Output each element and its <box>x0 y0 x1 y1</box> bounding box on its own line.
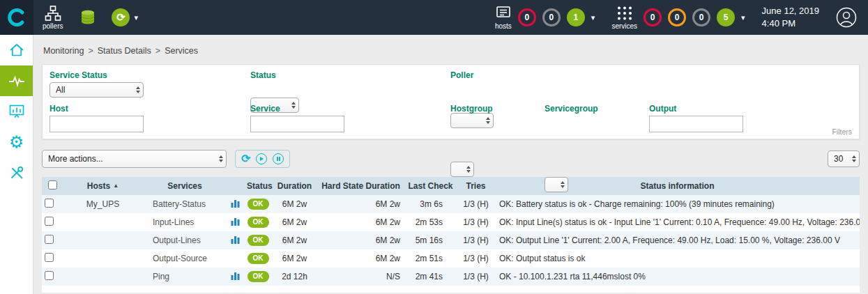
sort-asc-icon: ▲ <box>113 183 119 189</box>
sidebar-item-reports[interactable] <box>0 96 33 127</box>
last-check-cell: 2m 41s <box>404 268 457 286</box>
refresh-button[interactable]: ⟳ <box>241 154 250 164</box>
status-badge: OK <box>248 217 269 228</box>
sidebar-item-administration[interactable] <box>0 157 33 188</box>
host-cell[interactable] <box>63 249 143 268</box>
hosts-down-badge[interactable]: 0 <box>518 8 536 26</box>
services-ok-badge[interactable]: 5 <box>717 8 735 26</box>
tools-icon <box>8 164 25 181</box>
graph-icon[interactable] <box>231 199 240 208</box>
hard-state-duration-cell: 6M 2w <box>317 213 404 231</box>
breadcrumb-services[interactable]: Services <box>165 46 198 56</box>
database-status[interactable] <box>80 9 96 26</box>
hostgroup-select[interactable] <box>450 162 474 177</box>
host-cell[interactable] <box>63 231 143 249</box>
service-cell[interactable]: Output-Source <box>143 249 227 268</box>
header-duration[interactable]: Duration <box>272 177 317 195</box>
page-size-value: 30 <box>834 154 843 164</box>
service-cell[interactable]: Battery-Status <box>143 195 227 213</box>
user-avatar[interactable] <box>836 7 857 28</box>
status-badge: OK <box>248 253 269 264</box>
row-checkbox[interactable] <box>45 271 54 280</box>
duration-cell: 2d 12h <box>272 268 317 286</box>
pollers-menu[interactable]: pollers <box>43 6 63 30</box>
breadcrumb-monitoring[interactable]: Monitoring <box>43 46 84 56</box>
more-actions-select[interactable]: More actions... <box>42 150 227 168</box>
service-status-value: All <box>56 85 65 95</box>
select-arrows-icon <box>561 181 565 188</box>
hosts-icon <box>495 6 512 21</box>
service-cell[interactable]: Output-Lines <box>143 231 227 249</box>
row-checkbox[interactable] <box>45 199 54 208</box>
host-input[interactable] <box>50 116 144 132</box>
sync-icon: ⟳ <box>112 8 130 26</box>
header-services[interactable]: Services <box>143 177 227 195</box>
header-last-check[interactable]: Last Check <box>404 177 457 195</box>
sidebar-item-home[interactable] <box>0 35 33 65</box>
chevron-down-icon[interactable]: ▾ <box>591 14 595 22</box>
play-button[interactable] <box>256 153 267 164</box>
poller-status-menu[interactable]: ⟳ ▾ <box>112 8 138 26</box>
service-cell[interactable]: Input-Lines <box>143 213 227 231</box>
services-warning-badge[interactable]: 0 <box>668 8 686 26</box>
service-status-label: Service Status <box>50 70 107 80</box>
poller-select[interactable] <box>450 113 494 128</box>
host-cell[interactable] <box>63 268 143 286</box>
graph-icon[interactable] <box>231 217 240 226</box>
pause-button[interactable] <box>273 153 284 164</box>
select-all-checkbox[interactable] <box>48 180 57 189</box>
services-unknown-badge[interactable]: 0 <box>692 8 710 26</box>
status-information-cell: OK: Battery status is ok - Charge remain… <box>495 195 860 213</box>
table-row: Output-Source OK 6M 2w 6M 2w 2m 51s 1/3 … <box>42 249 860 268</box>
services-critical-badge[interactable]: 0 <box>644 8 662 26</box>
select-arrows-icon <box>486 117 490 124</box>
hard-state-duration-cell: 6M 2w <box>317 249 404 268</box>
chevron-down-icon[interactable]: ▾ <box>134 14 138 22</box>
host-cell[interactable] <box>63 213 143 231</box>
pollers-icon <box>45 6 61 21</box>
table-row: My_UPS Battery-Status OK 6M 2w 6M 2w 3m … <box>42 195 860 213</box>
table-row: Input-Lines OK 6M 2w 6M 2w 2m 53s 1/3 (H… <box>42 213 860 231</box>
header-hard-state-duration[interactable]: Hard State Duration <box>317 177 404 195</box>
status-information-cell: OK: Output status is ok <box>495 249 860 268</box>
select-all-cell <box>42 177 63 195</box>
header-hosts[interactable]: Hosts▲ <box>63 177 143 195</box>
duration-cell: 6M 2w <box>272 231 317 249</box>
monitoring-pulse-icon <box>8 72 26 89</box>
host-cell[interactable]: My_UPS <box>63 195 143 213</box>
row-checkbox[interactable] <box>45 217 54 226</box>
servicegroup-select[interactable] <box>545 177 568 192</box>
hard-state-duration-cell: N/S <box>317 268 404 286</box>
sidebar-item-monitoring[interactable] <box>0 65 33 96</box>
output-input[interactable] <box>649 116 743 132</box>
page-size-select[interactable]: 30 <box>828 150 860 167</box>
hosts-unreachable-badge[interactable]: 0 <box>542 8 561 26</box>
poller-label: Poller <box>450 70 473 80</box>
header-status[interactable]: Status <box>244 177 272 195</box>
status-badge: OK <box>248 235 269 246</box>
service-input[interactable] <box>250 116 344 132</box>
date-text: June 12, 2019 <box>762 5 819 17</box>
last-check-cell: 3m 6s <box>404 195 457 213</box>
hosts-menu[interactable]: hosts <box>495 6 512 30</box>
breadcrumb-status-details[interactable]: Status Details <box>98 46 151 56</box>
user-icon <box>836 7 857 28</box>
chevron-down-icon[interactable]: ▾ <box>741 14 745 22</box>
graph-icon[interactable] <box>231 235 240 244</box>
breadcrumb-separator: > <box>155 46 160 56</box>
row-checkbox[interactable] <box>45 253 54 262</box>
row-checkbox[interactable] <box>45 235 54 244</box>
services-menu[interactable]: services <box>611 6 637 30</box>
last-check-cell: 2m 51s <box>404 249 457 268</box>
centreon-logo[interactable] <box>0 0 33 35</box>
playback-controls: ⟳ <box>235 150 290 168</box>
status-information-cell: OK - 10.100.1.231 rta 11,446mslost 0% <box>495 268 860 286</box>
service-cell[interactable]: Ping <box>143 268 227 286</box>
graph-icon[interactable] <box>231 272 240 280</box>
header-tries[interactable]: Tries <box>457 177 495 195</box>
service-status-select[interactable]: All <box>50 82 144 98</box>
hosts-up-badge[interactable]: 1 <box>567 8 585 26</box>
header-graph <box>227 177 244 195</box>
sidebar-item-configuration[interactable]: ⚙ <box>0 127 33 157</box>
home-icon <box>8 42 25 59</box>
